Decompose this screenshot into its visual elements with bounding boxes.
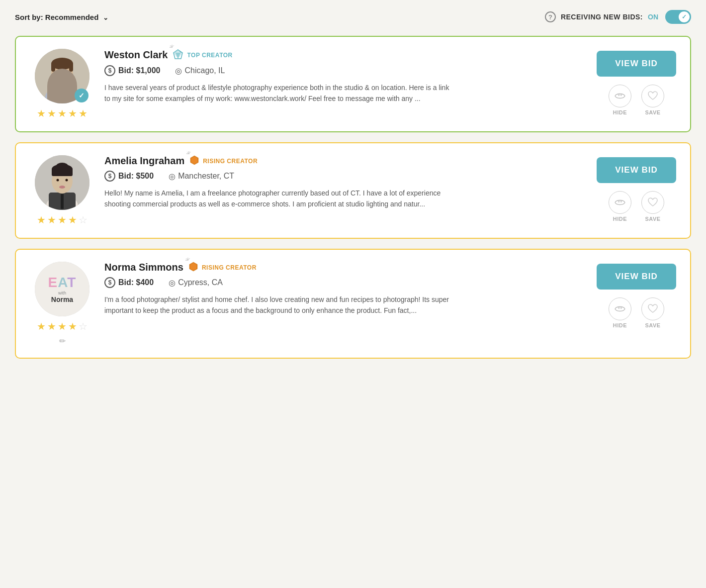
hide-button-amelia-ingraham[interactable]: HIDE [609, 191, 631, 222]
card-actions-amelia-ingraham: VIEW BID HID [597, 155, 676, 222]
bid-info-weston-clark: $ Bid: $1,000 [104, 65, 160, 76]
svg-line-14 [173, 45, 174, 47]
hide-save-row-norma-simmons: HIDE SAVE [609, 297, 664, 328]
card-actions-norma-simmons: VIEW BID HID [597, 262, 676, 328]
hide-icon-circle [609, 85, 631, 107]
save-icon-circle [641, 191, 664, 214]
star-4: ★ [68, 214, 77, 226]
pin-icon: ◎ [169, 172, 176, 181]
svg-point-33 [59, 186, 65, 189]
dollar-icon: $ [104, 277, 115, 288]
hide-button-weston-clark[interactable]: HIDE [609, 85, 631, 115]
help-icon[interactable]: ? [545, 11, 556, 22]
save-icon-circle [641, 85, 664, 107]
dollar-icon: $ [104, 65, 115, 76]
svg-line-42 [621, 200, 622, 202]
hide-label: HIDE [613, 322, 627, 328]
creator-name-row-amelia-ingraham: Amelia Ingraham RISING CREATOR [104, 155, 587, 167]
bids-label: RECEIVING NEW BIDS: [561, 13, 643, 21]
norma-eat-e: E [48, 275, 58, 290]
location-info-amelia-ingraham: ◎ Manchester, CT [169, 172, 234, 181]
save-icon-circle [641, 297, 664, 320]
view-bid-button-norma-simmons[interactable]: VIEW BID [597, 264, 676, 290]
svg-rect-26 [61, 194, 64, 209]
svg-rect-2 [50, 86, 75, 103]
star-1: ★ [37, 107, 46, 119]
creator-bio-amelia-ingraham: Hello! My name is Amelia, I am a freelan… [104, 188, 452, 210]
dollar-icon: $ [104, 171, 115, 182]
hexagon-sparkle [189, 155, 199, 167]
creator-name-row-norma-simmons: Norma Simmons RISING CREATOR [104, 262, 587, 273]
creator-avatar-amelia-ingraham: ★★★★☆ [30, 155, 94, 226]
sort-by-control[interactable]: Sort by: Recommended ⌄ [15, 13, 108, 21]
svg-line-40 [618, 200, 619, 202]
bid-info-amelia-ingraham: $ Bid: $500 [104, 171, 154, 182]
star-rating-norma-simmons: ★★★★☆ [37, 320, 88, 332]
save-button-amelia-ingraham[interactable]: SAVE [641, 191, 664, 222]
svg-point-31 [57, 179, 59, 182]
bids-toggle-area: ? RECEIVING NEW BIDS: ON [545, 10, 691, 24]
creator-card-amelia-ingraham: ★★★★☆ Amelia Ingraham RISING CREATOR [15, 142, 691, 239]
svg-line-37 [189, 152, 191, 153]
verified-badge: ✓ [75, 89, 88, 102]
avatar-norma: EAT with Norma [35, 262, 89, 316]
creator-name-amelia-ingraham: Amelia Ingraham [104, 155, 184, 167]
svg-line-22 [621, 94, 622, 96]
star-3: ★ [58, 214, 67, 226]
star-4: ★ [68, 320, 77, 332]
save-button-weston-clark[interactable]: SAVE [641, 85, 664, 115]
creator-bio-weston-clark: I have several years of product & lifest… [104, 82, 452, 104]
creator-bio-norma-simmons: I'm a food photographer/ stylist and hom… [104, 294, 452, 316]
star-3: ★ [58, 320, 67, 332]
star-5: ★ [79, 107, 88, 119]
svg-line-49 [618, 307, 619, 309]
star-rating-amelia-ingraham: ★★★★☆ [37, 214, 88, 226]
pin-icon: ◎ [169, 278, 176, 288]
receiving-bids-toggle[interactable] [665, 10, 691, 24]
hide-icon-circle [609, 297, 631, 320]
bid-amount: Bid: $1,000 [118, 66, 160, 75]
save-label: SAVE [645, 109, 660, 115]
creator-info-norma-simmons: Norma Simmons RISING CREATOR $ Bid: $400 [104, 262, 587, 316]
sort-value: Recommended [45, 13, 99, 21]
svg-point-32 [66, 179, 68, 182]
view-bid-button-weston-clark[interactable]: VIEW BID [597, 51, 676, 77]
star-5: ☆ [79, 320, 88, 332]
pin-icon: ◎ [175, 66, 182, 76]
save-button-norma-simmons[interactable]: SAVE [641, 297, 664, 328]
view-bid-button-amelia-ingraham[interactable]: VIEW BID [597, 157, 676, 183]
header-bar: Sort by: Recommended ⌄ ? RECEIVING NEW B… [15, 10, 691, 24]
creator-cards-list: ✓ ★★★★★ Weston Clark TOP C [15, 36, 691, 359]
avatar-amelia [35, 155, 89, 210]
svg-point-30 [56, 163, 68, 170]
hide-label: HIDE [613, 216, 627, 222]
creator-card-weston-clark: ✓ ★★★★★ Weston Clark TOP C [15, 36, 691, 132]
hide-icon-circle [609, 191, 631, 214]
bid-location-row-amelia-ingraham: $ Bid: $500 ◎ Manchester, CT [104, 171, 587, 182]
creator-info-weston-clark: Weston Clark TOP CREATOR $ Bid: $1,000 [104, 49, 587, 104]
avatar-image-amelia-ingraham [35, 155, 89, 210]
bids-status: ON [648, 13, 658, 21]
creator-name-weston-clark: Weston Clark [104, 49, 168, 61]
creator-info-amelia-ingraham: Amelia Ingraham RISING CREATOR $ Bid: $5… [104, 155, 587, 210]
norma-eat-a: A [58, 275, 67, 290]
star-2: ★ [47, 214, 56, 226]
svg-point-7 [54, 80, 70, 88]
creator-badge-norma-simmons: RISING CREATOR [188, 262, 257, 273]
star-5: ☆ [79, 214, 88, 226]
bid-location-row-weston-clark: $ Bid: $1,000 ◎ Chicago, IL [104, 65, 587, 76]
svg-line-36 [187, 152, 188, 153]
creator-name-norma-simmons: Norma Simmons [104, 262, 183, 273]
bid-amount: Bid: $400 [118, 278, 154, 287]
creator-card-norma-simmons: EAT with Norma ★★★★☆ ✏ Norma Simmons [15, 249, 691, 359]
hide-button-norma-simmons[interactable]: HIDE [609, 297, 631, 328]
norma-with-text: with [58, 291, 66, 295]
star-1: ★ [37, 320, 46, 332]
creator-location: Chicago, IL [184, 66, 225, 75]
svg-line-51 [621, 307, 622, 309]
svg-line-13 [170, 45, 172, 47]
bid-location-row-norma-simmons: $ Bid: $400 ◎ Cypress, CA [104, 277, 587, 288]
svg-rect-5 [51, 63, 55, 72]
star-2: ★ [47, 320, 56, 332]
norma-eat-logo: EAT [48, 275, 77, 291]
